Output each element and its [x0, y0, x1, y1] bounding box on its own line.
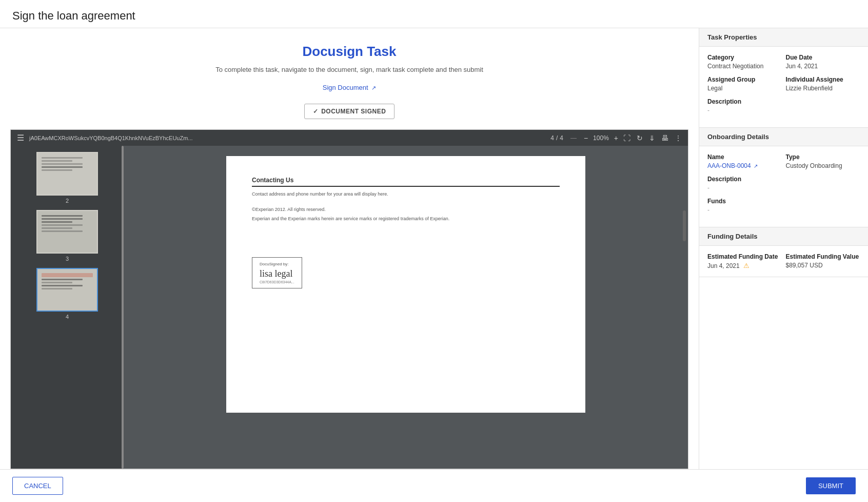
onboarding-funds-prop: Funds - — [707, 198, 860, 214]
sign-document-link[interactable]: Sign Document ↗ — [323, 84, 377, 91]
assigned-group-prop: Assigned Group Legal — [707, 76, 782, 92]
fullscreen-icon[interactable]: ⛶ — [623, 134, 630, 142]
task-properties-header: Task Properties — [699, 28, 868, 47]
pdf-copyright: ©Experian 2012. All rights reserved. — [252, 206, 560, 213]
pdf-toolbar-icons: ⛶ ↻ ⇓ 🖶 ⋮ — [623, 134, 682, 142]
pdf-line1: Contact address and phone number for you… — [252, 191, 560, 198]
est-funding-value-prop: Estimated Funding Value $89,057 USD — [786, 253, 860, 269]
thumb-image-2 — [36, 152, 98, 196]
assigned-group-label: Assigned Group — [707, 76, 782, 83]
pdf-thumbnails: 2 — [11, 146, 124, 469]
onboarding-details-header: Onboarding Details — [699, 128, 868, 146]
pdf-scrollbar[interactable] — [683, 210, 686, 241]
zoom-out-icon[interactable]: − — [584, 134, 588, 142]
onboarding-funds-label: Funds — [707, 198, 860, 205]
pdf-toolbar: ☰ jA0EAwMCXRoWSukcvYQB0ngB4Q1KhnkNVuEzBY… — [11, 130, 688, 146]
pdf-main-page: Contacting Us Contact address and phone … — [124, 146, 688, 469]
docusign-title: Docusign Task — [10, 44, 688, 60]
onboarding-type-value: Custody Onboarding — [786, 162, 860, 169]
pdf-page-info: 4 / 4 — [550, 134, 563, 142]
est-funding-date-label: Estimated Funding Date — [707, 253, 782, 260]
thumbnail-page-2[interactable]: 2 — [36, 152, 98, 204]
docusign-subtitle: To complete this task, navigate to the d… — [10, 66, 688, 73]
pdf-body: 2 — [11, 146, 688, 469]
thumb-page-number-3: 3 — [66, 256, 69, 262]
pdf-page-doc: Contacting Us Contact address and phone … — [226, 156, 585, 413]
funding-details-header: Funding Details — [699, 227, 868, 246]
description-value: - — [707, 107, 860, 114]
onboarding-type-prop: Type Custody Onboarding — [786, 153, 860, 169]
checkmark-icon: ✓ — [313, 108, 319, 115]
content-area: Docusign Task To complete this task, nav… — [0, 28, 699, 469]
document-signed-button[interactable]: ✓ DOCUMENT SIGNED — [304, 104, 395, 119]
rotate-icon[interactable]: ↻ — [637, 134, 643, 142]
due-date-prop: Due Date Jun 4, 2021 — [786, 54, 860, 70]
onboarding-name-prop: Name AAA-ONB-0004 ↗ — [707, 153, 782, 169]
due-date-value: Jun 4, 2021 — [786, 63, 860, 70]
pdf-viewer: ☰ jA0EAwMCXRoWSukcvYQB0ngB4Q1KhnkNVuEzBY… — [10, 129, 688, 469]
onboarding-funds-value: - — [707, 206, 860, 214]
page-title: Sign the loan agreement — [12, 9, 856, 23]
thumbnail-page-4[interactable]: 4 — [36, 268, 98, 320]
due-date-label: Due Date — [786, 54, 860, 61]
onboarding-type-label: Type — [786, 153, 860, 161]
signature-area: DocuSigned by: lisa legal C8I7D63D3D6344… — [252, 257, 302, 288]
right-sidebar: Task Properties Category Contract Negoti… — [699, 28, 868, 469]
description-label: Description — [707, 98, 860, 105]
est-funding-date-value: Jun 4, 2021 ⚠ — [707, 262, 782, 269]
assigned-group-value: Legal — [707, 85, 782, 92]
task-properties-body: Category Contract Negotiation Due Date J… — [699, 47, 868, 127]
docusign-header: Docusign Task To complete this task, nav… — [0, 28, 699, 129]
onboarding-name-link[interactable]: AAA-ONB-0004 — [707, 162, 751, 169]
warning-icon: ⚠ — [743, 262, 749, 269]
signature-box: DocuSigned by: lisa legal C8I7D63D3D6344… — [252, 257, 302, 288]
signature-id: C8I7D63D3D6344A... — [260, 280, 294, 284]
est-funding-date-prop: Estimated Funding Date Jun 4, 2021 ⚠ — [707, 253, 782, 269]
individual-assignee-value: Lizzie Rubenfield — [786, 85, 860, 92]
signature-text: lisa legal — [260, 268, 294, 279]
pdf-filename: jA0EAwMCXRoWSukcvYQB0ngB4Q1KhnkNVuEzBYhc… — [29, 135, 545, 141]
onboarding-name-label: Name — [707, 153, 782, 161]
download-icon[interactable]: ⇓ — [649, 134, 655, 142]
task-properties-section: Task Properties Category Contract Negoti… — [699, 28, 868, 128]
onboarding-description-value: - — [707, 184, 860, 191]
est-funding-value-label: Estimated Funding Value — [786, 253, 860, 260]
task-props-grid: Category Contract Negotiation Due Date J… — [707, 54, 860, 92]
category-label: Category — [707, 54, 782, 61]
onboarding-description-label: Description — [707, 176, 860, 183]
pdf-section-heading: Contacting Us — [252, 177, 560, 187]
funding-props-grid: Estimated Funding Date Jun 4, 2021 ⚠ Est… — [707, 253, 860, 269]
funding-details-section: Funding Details Estimated Funding Date J… — [699, 227, 868, 277]
onboarding-name-value: AAA-ONB-0004 ↗ — [707, 162, 782, 169]
pdf-zoom-level: 100% — [593, 134, 609, 142]
zoom-in-icon[interactable]: + — [614, 134, 618, 142]
main-layout: Docusign Task To complete this task, nav… — [0, 28, 868, 469]
thumbnail-page-3[interactable]: 3 — [36, 210, 98, 262]
onboarding-description-prop: Description - — [707, 176, 860, 191]
funding-details-body: Estimated Funding Date Jun 4, 2021 ⚠ Est… — [699, 246, 868, 277]
thumb-image-3 — [36, 210, 98, 254]
thumb-image-4 — [36, 268, 98, 312]
external-link-icon: ↗ — [371, 85, 376, 91]
category-prop: Category Contract Negotiation — [707, 54, 782, 70]
more-options-icon[interactable]: ⋮ — [675, 134, 682, 142]
submit-button[interactable]: SUBMIT — [806, 477, 856, 494]
description-prop: Description - — [707, 98, 860, 114]
cancel-button[interactable]: CANCEL — [12, 477, 63, 495]
category-value: Contract Negotiation — [707, 63, 782, 70]
signature-label: DocuSigned by: — [260, 262, 294, 266]
onboarding-props-grid: Name AAA-ONB-0004 ↗ Type Custody Onboard… — [707, 153, 860, 169]
separator: — — [570, 134, 577, 142]
onboarding-details-section: Onboarding Details Name AAA-ONB-0004 ↗ T… — [699, 128, 868, 227]
individual-assignee-prop: Individual Assignee Lizzie Rubenfield — [786, 76, 860, 92]
thumb-page-number-4: 4 — [66, 314, 69, 320]
individual-assignee-label: Individual Assignee — [786, 76, 860, 83]
onboarding-details-body: Name AAA-ONB-0004 ↗ Type Custody Onboard… — [699, 146, 868, 227]
pdf-trademark: Experian and the Experian marks herein a… — [252, 216, 560, 222]
print-icon[interactable]: 🖶 — [661, 134, 668, 142]
hamburger-menu-icon[interactable]: ☰ — [17, 133, 24, 143]
page-footer: CANCEL SUBMIT — [0, 469, 868, 502]
external-link-icon-2: ↗ — [754, 163, 758, 169]
est-funding-value-value: $89,057 USD — [786, 262, 860, 269]
thumb-page-number-2: 2 — [66, 198, 69, 204]
